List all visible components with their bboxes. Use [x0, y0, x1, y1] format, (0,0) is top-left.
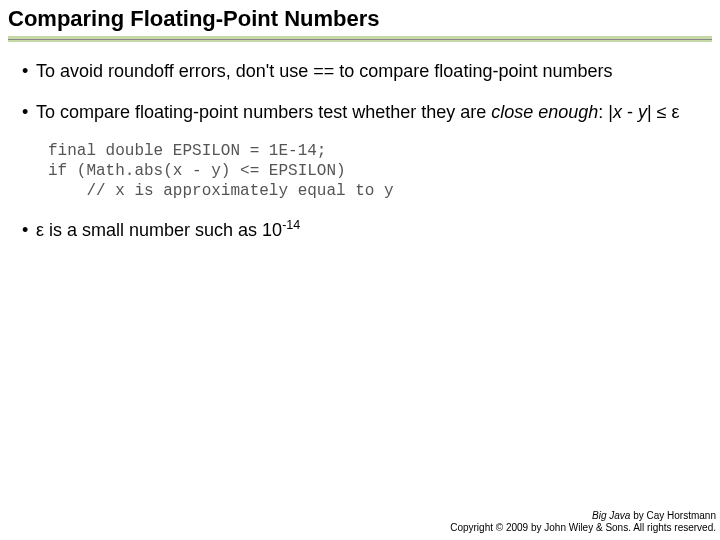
bullet-item: • ε is a small number such as 10-14 [22, 219, 698, 242]
bullet-text: ε is a small number such as 10-14 [36, 219, 698, 242]
bullet-item: • To avoid roundoff errors, don't use ==… [22, 60, 698, 83]
superscript-run: -14 [282, 218, 300, 232]
title-area: Comparing Floating-Point Numbers [0, 0, 720, 42]
code-run: == [313, 61, 334, 81]
footer-line: Big Java by Cay Horstmann [450, 510, 716, 522]
bullet-text: To compare floating-point numbers test w… [36, 101, 698, 124]
text-run: ε is a small number such as 10 [36, 220, 282, 240]
bullet-dot-icon: • [22, 60, 36, 83]
emphasis-run: close enough [491, 102, 598, 122]
text-run: : | [598, 102, 613, 122]
bullet-dot-icon: • [22, 101, 36, 124]
bullet-dot-icon: • [22, 219, 36, 242]
book-title: Big Java [592, 510, 630, 521]
bullet-text: To avoid roundoff errors, don't use == t… [36, 60, 698, 83]
text-run: | ≤ ε [647, 102, 680, 122]
text-run: To avoid roundoff errors, don't use [36, 61, 313, 81]
text-run: To compare floating-point numbers test w… [36, 102, 491, 122]
author-run: by Cay Horstmann [630, 510, 716, 521]
footer-line: Copyright © 2009 by John Wiley & Sons. A… [450, 522, 716, 534]
code-block: final double EPSILON = 1E-14; if (Math.a… [48, 141, 698, 201]
var-run: y [638, 102, 647, 122]
text-run: - [622, 102, 638, 122]
text-run: to compare floating-point numbers [334, 61, 612, 81]
bullet-item: • To compare floating-point numbers test… [22, 101, 698, 124]
var-run: x [613, 102, 622, 122]
slide-title: Comparing Floating-Point Numbers [8, 6, 712, 34]
slide-body: • To avoid roundoff errors, don't use ==… [0, 42, 720, 242]
footer: Big Java by Cay Horstmann Copyright © 20… [450, 510, 716, 534]
